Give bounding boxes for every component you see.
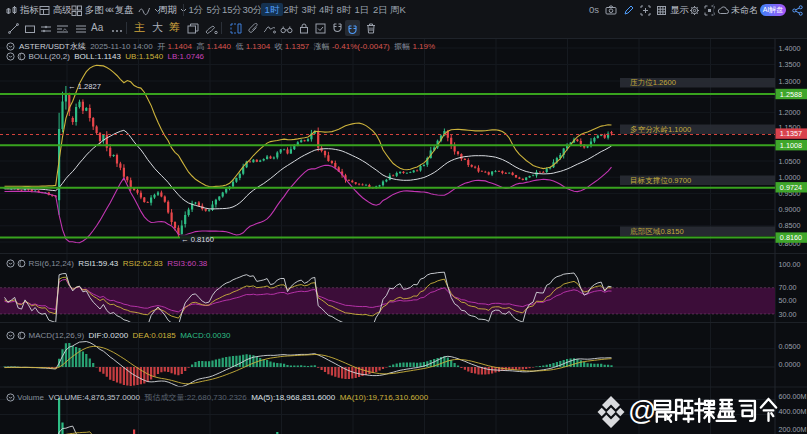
svg-text:30.00: 30.00	[779, 310, 797, 319]
svg-text:0.9724: 0.9724	[780, 183, 802, 192]
svg-text:1.4000: 1.4000	[779, 44, 801, 53]
svg-text:70.00: 70.00	[779, 283, 797, 292]
svg-text:1.1357: 1.1357	[780, 129, 802, 138]
svg-text:1.2588: 1.2588	[780, 90, 802, 99]
svg-text:← 1.2827: ← 1.2827	[68, 82, 101, 91]
svg-text:0.0500: 0.0500	[779, 342, 801, 351]
svg-text:压力位1.2600: 压力位1.2600	[630, 78, 676, 87]
svg-text:0.8160: 0.8160	[780, 233, 802, 242]
svg-text:底部区域0.8150: 底部区域0.8150	[630, 227, 684, 236]
svg-text:1.3000: 1.3000	[779, 77, 801, 86]
svg-text:0.9000: 0.9000	[779, 205, 801, 214]
svg-text:1.3500: 1.3500	[779, 60, 801, 69]
svg-text:← 0.8160: ← 0.8160	[181, 235, 214, 244]
svg-text:1.0000: 1.0000	[779, 173, 801, 182]
svg-text:多空分水岭1.1000: 多空分水岭1.1000	[630, 125, 691, 134]
svg-text:1.0500: 1.0500	[779, 157, 801, 166]
svg-text:1.1008: 1.1008	[780, 141, 802, 150]
svg-text:0.0000: 0.0000	[779, 360, 801, 369]
svg-text:100.00: 100.00	[779, 260, 801, 269]
svg-text:50.00: 50.00	[779, 296, 797, 305]
svg-text:1.2000: 1.2000	[779, 108, 801, 117]
svg-text:@: @	[628, 395, 656, 426]
svg-text:目标支撑位0.9700: 目标支撑位0.9700	[630, 176, 691, 185]
svg-text:0.8500: 0.8500	[779, 221, 801, 230]
